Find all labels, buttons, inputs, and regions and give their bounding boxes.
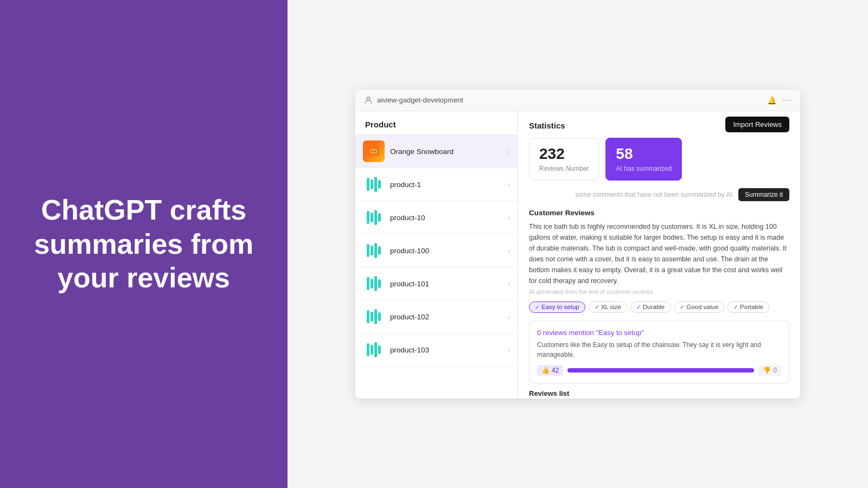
svg-rect-4: [374, 150, 376, 152]
product-chevron-1: ›: [508, 181, 510, 189]
product-name-10: product-10: [390, 214, 502, 222]
product-thumb-100: [363, 240, 385, 261]
import-reviews-button[interactable]: Import Reviews: [725, 117, 789, 132]
product-item-1[interactable]: product-1 ›: [355, 168, 518, 201]
review-summary-text: This ice bath tub is highly recommended …: [529, 221, 789, 286]
headline: ChatGPT crafts summaries from your revie…: [33, 193, 255, 294]
tag-durable[interactable]: ✓ Durable: [630, 301, 671, 313]
product-name-101: product-101: [390, 280, 502, 288]
mention-like-button[interactable]: 👍 42: [537, 365, 563, 376]
product-item-101[interactable]: product-101 ›: [355, 267, 518, 300]
tag-check-xl-icon: ✓: [595, 304, 599, 311]
tag-easy-to-setup[interactable]: ✓ Easy to setup: [529, 301, 585, 313]
product-name-100: product-100: [390, 247, 502, 255]
ai-summarized-label: AI has summarized: [616, 165, 672, 172]
product-chevron-4: ›: [508, 280, 510, 288]
title-bar: aiview-gadget-development: [355, 89, 800, 111]
mention-bar-row: 👍 42 👎 0: [537, 365, 781, 376]
product-chevron-5: ›: [508, 313, 510, 321]
mention-bar: [567, 368, 754, 373]
mention-dislike-button[interactable]: 👎 0: [758, 365, 781, 376]
mention-title: 0 reviews mention"Easy to setup": [537, 329, 781, 337]
product-thumb-snowboard: [363, 140, 385, 162]
mention-card: 0 reviews mention"Easy to setup" Custome…: [529, 320, 789, 384]
svg-rect-2: [371, 149, 377, 153]
product-list-panel: Product Orange Snowboard ›: [355, 111, 518, 399]
summarize-row: some comments that have not been summari…: [529, 188, 789, 201]
product-name-1: product-1: [390, 181, 502, 189]
bell-icon[interactable]: [767, 95, 776, 105]
product-item-orange-snowboard[interactable]: Orange Snowboard ›: [355, 135, 518, 168]
product-chevron-3: ›: [508, 247, 510, 255]
summarize-hint: some comments that have not been summari…: [575, 191, 734, 198]
product-thumb-1: [363, 174, 385, 195]
product-name-103: product-103: [390, 346, 502, 354]
reviews-number-label: Reviews Number: [539, 165, 589, 172]
product-thumb-102: [363, 306, 385, 328]
left-panel: ChatGPT crafts summaries from your revie…: [0, 0, 288, 488]
app-name: aiview-gadget-development: [377, 96, 463, 104]
tag-check-value-icon: ✓: [680, 304, 685, 311]
svg-rect-3: [372, 150, 373, 152]
tag-check-icon: ✓: [535, 304, 540, 311]
more-options-icon[interactable]: [783, 95, 792, 105]
product-name-orange-snowboard: Orange Snowboard: [390, 147, 502, 156]
user-icon: [364, 96, 373, 105]
product-chevron-2: ›: [508, 214, 510, 222]
product-thumb-101: [363, 273, 385, 294]
reviews-list-title: Reviews list: [529, 389, 789, 397]
right-panel: aiview-gadget-development Import Reviews…: [288, 0, 868, 488]
svg-point-0: [367, 97, 370, 100]
mention-description: Customers like the Easy to setup of the …: [537, 340, 781, 359]
stats-cards: 232 Reviews Number 58 AI has summarized: [529, 138, 789, 181]
thumbs-up-icon: 👍: [541, 367, 550, 374]
product-item-10[interactable]: product-10 ›: [355, 201, 518, 234]
stats-panel: Statistics 232 Reviews Number 58 AI has …: [518, 111, 800, 399]
thumbs-down-icon: 👎: [763, 367, 771, 374]
product-thumb-10: [363, 207, 385, 228]
title-bar-actions: [767, 95, 792, 105]
tag-row: ✓ Easy to setup ✓ XL size ✓ Durable ✓ Go…: [529, 301, 789, 313]
reviews-number-value: 232: [539, 146, 589, 163]
like-count: 42: [552, 367, 559, 374]
product-chevron-0: ›: [508, 147, 510, 156]
summarize-button[interactable]: Summarize it: [738, 188, 789, 201]
product-item-103[interactable]: product-103 ›: [355, 333, 518, 367]
product-name-102: product-102: [390, 313, 502, 321]
product-item-102[interactable]: product-102 ›: [355, 300, 518, 333]
product-chevron-6: ›: [508, 346, 510, 354]
ai-generated-label: AI-generated from the text of customer r…: [529, 288, 789, 295]
main-content: Product Orange Snowboard ›: [355, 111, 800, 399]
product-item-100[interactable]: product-100 ›: [355, 234, 518, 267]
tag-portable[interactable]: ✓ Portable: [727, 301, 769, 313]
tag-xl-size[interactable]: ✓ XL size: [589, 301, 627, 313]
product-thumb-103: [363, 339, 385, 361]
ai-summarized-card: 58 AI has summarized: [605, 138, 682, 181]
snowboard-icon: [366, 144, 381, 159]
tag-good-value[interactable]: ✓ Good value: [674, 301, 724, 313]
customer-reviews-title: Customer Reviews: [529, 209, 789, 217]
dislike-count: 0: [773, 367, 777, 374]
tag-check-durable-icon: ✓: [636, 304, 641, 311]
app-window: aiview-gadget-development Import Reviews…: [355, 89, 800, 399]
ai-summarized-value: 58: [616, 146, 672, 163]
tag-check-portable-icon: ✓: [733, 304, 738, 311]
title-bar-left: aiview-gadget-development: [364, 96, 463, 105]
product-list-header: Product: [355, 111, 518, 135]
reviews-number-card: 232 Reviews Number: [529, 138, 599, 181]
